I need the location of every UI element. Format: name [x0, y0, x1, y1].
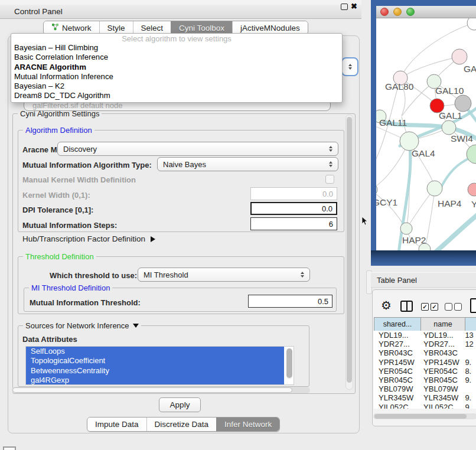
attribute-item-gal4rgexp[interactable]: gal4RGexp	[26, 376, 284, 385]
network-graph[interactable]: GAL7GAL80GAL10GAL1GAL11SWI4GAL4GCY1HAP4Y…	[376, 18, 476, 250]
network-node[interactable]	[467, 18, 476, 30]
network-canvas[interactable]: GAL7GAL80GAL10GAL1GAL11SWI4GAL4GCY1HAP4Y…	[376, 18, 476, 250]
table-row[interactable]: YLR345WYLR345W9.	[374, 393, 476, 402]
checked-checkbox-icon[interactable]: ✓	[431, 303, 438, 311]
network-node-y[interactable]	[468, 183, 476, 196]
table-panel-header: Table Panel	[371, 272, 476, 288]
inference-combo-fragment[interactable]	[341, 57, 358, 76]
algorithm-option-dream8-dc-tdc-algorithm[interactable]: Dream8 DC_TDC Algorithm	[11, 91, 342, 100]
tab-label: Style	[107, 24, 125, 32]
minimize-traffic-icon[interactable]	[393, 8, 402, 16]
unchecked-checkbox-icon[interactable]	[445, 303, 452, 311]
expander-arrow-icon	[151, 236, 155, 242]
which-threshold-combo[interactable]: MI Threshold	[138, 268, 310, 282]
sources-title-wrap[interactable]: Sources for Network Inference	[23, 321, 141, 330]
algorithm-option-aracne-algorithm[interactable]: ARACNE Algorithm	[11, 63, 342, 72]
table-row[interactable]: YPR145WYPR145W9.	[374, 358, 476, 367]
column-view-icon[interactable]	[400, 301, 413, 312]
table-row[interactable]: YBR045CYBR045C9.	[374, 376, 476, 384]
mi-threshold-label: Mutual Information Threshold:	[30, 298, 141, 307]
apply-button[interactable]: Apply	[159, 397, 201, 412]
table-row[interactable]: YDR27...YDR27...12	[374, 340, 476, 348]
column-header-shared[interactable]: shared...	[374, 318, 421, 331]
mi-algorithm-type-combo[interactable]: Naive Bayes	[157, 157, 338, 171]
table-row[interactable]: YIL052CYIL052C9	[374, 403, 476, 409]
attribute-item-topologicalcoefficient[interactable]: TopologicalCoefficient	[26, 356, 284, 366]
dpi-tolerance-label: DPI Tolerance [0,1]:	[22, 206, 93, 214]
settings-horizontal-scrollbar[interactable]	[12, 387, 310, 393]
network-node-swi4[interactable]	[442, 120, 456, 135]
network-window-titlebar[interactable]	[376, 6, 476, 18]
network-window-frame-bottom	[371, 250, 476, 266]
table-row[interactable]: YBL079WYBL079W	[374, 384, 476, 393]
attribute-item-betweennesscentrality[interactable]: BetweennessCentrality	[26, 366, 284, 376]
network-node[interactable]	[455, 95, 471, 112]
gear-icon[interactable]: ⚙	[381, 298, 392, 312]
mi-steps-label: Mutual Information Steps:	[22, 221, 117, 230]
dpi-tolerance-field[interactable]: 0.0	[250, 202, 337, 215]
table-cell	[461, 348, 476, 357]
mi-algorithm-type-label: Mutual Information Algorithm Type:	[22, 161, 152, 169]
zoom-traffic-icon[interactable]	[406, 8, 415, 16]
table-row[interactable]: YDL19...YDL19...13	[374, 331, 476, 340]
tab-style[interactable]: Style	[99, 21, 133, 34]
node-label-gal1: GAL1	[439, 110, 462, 120]
control-panel-title: Control Panel	[14, 7, 63, 16]
tab-jactivemnodules[interactable]: jActiveMNodules	[232, 21, 308, 34]
hub-definition-expander[interactable]: Hub/Transcription Factor Definition	[22, 234, 155, 243]
table-row[interactable]: YER054CYER054C8.	[374, 367, 476, 376]
settings-vertical-scrollbar[interactable]	[345, 115, 353, 390]
document-icon[interactable]	[470, 298, 476, 313]
kernel-width-label: Kernel Width (0,1):	[22, 191, 90, 200]
tab-discretize-data[interactable]: Discretize Data	[146, 418, 217, 431]
threshold-definition-title: Threshold Definition	[23, 252, 96, 261]
close-traffic-icon[interactable]	[380, 8, 389, 16]
network-node-hap4[interactable]	[427, 181, 442, 196]
table-cell: YIL052C	[374, 403, 419, 409]
float-panel-icon[interactable]	[341, 4, 348, 10]
tab-cyni-toolbox[interactable]: Cyni Toolbox	[171, 21, 232, 34]
tab-infer-network[interactable]: Infer Network	[216, 418, 279, 431]
sources-title: Sources for Network Inference	[25, 321, 129, 330]
close-panel-icon[interactable]: ✖	[351, 2, 357, 11]
algorithm-option-basic-correlation-inference[interactable]: Basic Correlation Inference	[11, 53, 342, 62]
mi-algorithm-type-value: Naive Bayes	[163, 160, 206, 169]
table-horizontal-scrollbar[interactable]	[373, 413, 476, 419]
manual-kernel-checkbox[interactable]	[325, 175, 334, 184]
checked-checkbox-icon[interactable]: ✓	[421, 303, 429, 311]
unchecked-checkbox-icon[interactable]	[454, 303, 462, 311]
kernel-width-field[interactable]: 0.0	[250, 187, 337, 200]
tab-impute-data[interactable]: Impute Data	[87, 418, 146, 431]
data-attributes-label: Data Attributes	[22, 335, 77, 344]
algorithm-option-bayesian-k2[interactable]: Bayesian – K2	[11, 81, 342, 91]
tab-network[interactable]: Network	[44, 21, 99, 34]
table-row[interactable]: YBR043CYBR043C	[374, 348, 476, 357]
tab-label: jActiveMNodules	[240, 24, 300, 32]
column-header-2[interactable]	[465, 318, 476, 331]
tab-select[interactable]: Select	[133, 21, 171, 34]
aracne-mode-combo[interactable]: Discovery	[57, 142, 338, 156]
network-edge-highlighted	[434, 213, 476, 250]
mi-threshold-field[interactable]: 0.5	[248, 295, 332, 308]
algorithm-option-bayesian-hill-climbing[interactable]: Bayesian – Hill Climbing	[11, 43, 342, 53]
network-node[interactable]	[467, 145, 476, 164]
node-label-swi4: SWI4	[451, 133, 473, 144]
data-attributes-list[interactable]: SelfLoopsTopologicalCoefficientBetweenne…	[25, 346, 294, 385]
collapse-arrow-icon	[133, 324, 139, 328]
mi-steps-field[interactable]: 6	[250, 217, 337, 230]
which-threshold-label: Which threshold to use:	[50, 271, 137, 280]
tab-label: Cyni Toolbox	[179, 24, 224, 32]
list-vertical-scrollbar[interactable]	[286, 348, 292, 379]
stepper-up-icon	[348, 64, 352, 66]
tab-label: Impute Data	[95, 420, 139, 429]
network-node-gal7[interactable]	[452, 49, 467, 64]
attribute-item-selfloops[interactable]: SelfLoops	[26, 347, 284, 356]
dock-panel-icon[interactable]	[3, 446, 16, 450]
table-cell: 9.	[461, 358, 476, 367]
column-header-name[interactable]: name	[421, 318, 465, 331]
algorithm-option-mutual-information-inference[interactable]: Mutual Information Inference	[11, 72, 342, 81]
network-node-hap2[interactable]	[400, 223, 412, 234]
node-label-y: Y	[471, 199, 476, 209]
network-edge	[403, 57, 459, 77]
network-edge	[376, 191, 405, 227]
